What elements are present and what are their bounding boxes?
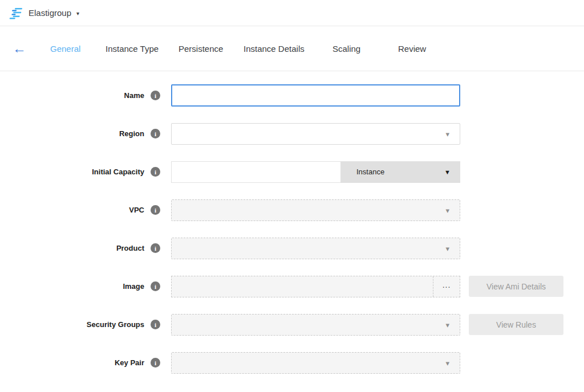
back-button[interactable]: ← bbox=[13, 42, 26, 55]
tab-instance-type[interactable]: Instance Type bbox=[106, 44, 159, 54]
initial-capacity-label: Initial Capacity bbox=[92, 168, 144, 176]
chevron-down-icon: ▾ bbox=[445, 130, 449, 137]
name-input[interactable] bbox=[171, 84, 460, 107]
info-icon[interactable]: i bbox=[151, 129, 160, 138]
vpc-label: VPC bbox=[129, 206, 144, 214]
product-row: Product i ▾ bbox=[0, 237, 584, 259]
image-input: ... bbox=[171, 276, 460, 297]
chevron-down-icon: ▾ bbox=[445, 359, 449, 366]
info-icon[interactable]: i bbox=[151, 281, 160, 291]
tab-general[interactable]: General bbox=[50, 44, 80, 54]
key-pair-label: Key Pair bbox=[115, 358, 144, 367]
image-browse-button[interactable]: ... bbox=[433, 276, 460, 297]
security-groups-select: ▾ bbox=[171, 314, 460, 336]
image-label: Image bbox=[123, 282, 144, 291]
info-icon[interactable]: i bbox=[151, 91, 160, 100]
view-rules-button: View Rules bbox=[469, 314, 563, 335]
region-select[interactable]: ▾ bbox=[171, 123, 460, 145]
info-icon[interactable]: i bbox=[151, 167, 160, 177]
name-label: Name bbox=[124, 91, 144, 100]
tab-persistence[interactable]: Persistence bbox=[179, 44, 223, 54]
image-value bbox=[172, 276, 433, 297]
security-groups-row: Security Groups i ▾ View Rules bbox=[0, 313, 584, 336]
product-switcher[interactable]: Elastigroup ▾ bbox=[8, 6, 79, 20]
view-ami-details-button: View Ami Details bbox=[469, 276, 563, 297]
info-icon[interactable]: i bbox=[151, 243, 160, 253]
chevron-down-icon: ▾ bbox=[445, 321, 449, 328]
info-icon[interactable]: i bbox=[151, 358, 160, 368]
chevron-down-icon: ▾ bbox=[445, 244, 449, 252]
tab-review[interactable]: Review bbox=[398, 44, 426, 54]
app-header: Elastigroup ▾ bbox=[0, 0, 584, 26]
image-row: Image i ... View Ami Details bbox=[0, 275, 584, 297]
product-select: ▾ bbox=[171, 238, 460, 259]
security-groups-label: Security Groups bbox=[87, 320, 144, 329]
vpc-row: VPC i ▾ bbox=[0, 199, 584, 221]
chevron-down-icon: ▾ bbox=[76, 10, 79, 17]
capacity-unit-value: Instance bbox=[356, 168, 384, 176]
region-label: Region bbox=[119, 129, 144, 138]
initial-capacity-row: Initial Capacity i Instance ▼ bbox=[0, 161, 584, 183]
info-icon[interactable]: i bbox=[151, 205, 160, 215]
key-pair-select: ▾ bbox=[171, 352, 460, 374]
tab-instance-details[interactable]: Instance Details bbox=[244, 44, 305, 54]
region-row: Region i ▾ bbox=[0, 122, 584, 145]
info-icon[interactable]: i bbox=[151, 320, 160, 329]
product-label: Product bbox=[116, 244, 144, 252]
general-settings-form: Name i Region i ▾ Initial Capacity i Ins… bbox=[0, 71, 584, 374]
tab-scaling[interactable]: Scaling bbox=[332, 44, 360, 54]
wizard-tabbar: ← General Instance Type Persistence Inst… bbox=[0, 26, 584, 71]
capacity-unit-select[interactable]: Instance ▼ bbox=[340, 161, 460, 183]
name-row: Name i bbox=[0, 84, 584, 107]
vpc-select: ▾ bbox=[171, 199, 460, 221]
initial-capacity-input[interactable] bbox=[171, 161, 340, 183]
key-pair-row: Key Pair i ▾ bbox=[0, 352, 584, 374]
elastigroup-logo-icon bbox=[8, 6, 23, 20]
app-title: Elastigroup bbox=[29, 8, 71, 18]
chevron-down-icon: ▾ bbox=[445, 206, 449, 214]
chevron-down-icon: ▼ bbox=[444, 169, 451, 175]
